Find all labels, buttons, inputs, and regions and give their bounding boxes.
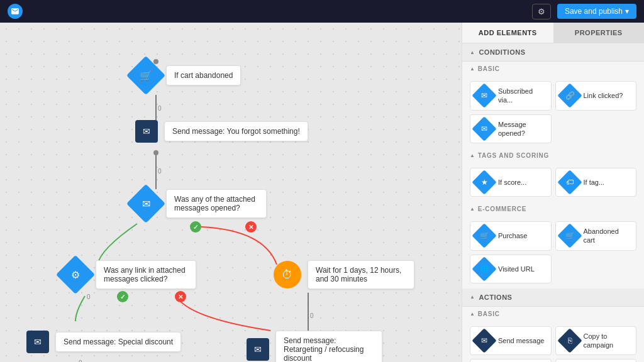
canvas[interactable]: 0 0 0 0 0 0 0 <box>0 23 462 362</box>
gear-button[interactable]: ⚙ <box>532 4 551 19</box>
actions-basic-grid: ✉ Send message ⎘ Copy to campaign ↗ Move… <box>462 321 644 362</box>
badge-red-n4: ✕ <box>175 291 186 302</box>
actions-section: ▲ ACTIONS ▲ BASIC ✉ Send message ⎘ Copy … <box>462 288 644 362</box>
chevron-down-icon: ▲ <box>470 50 475 55</box>
conditions-ecommerce-header: ▲ E-COMMERCE <box>462 202 644 216</box>
chevron-down-icon-actions: ▲ <box>470 294 475 300</box>
visited-url-element[interactable]: 🌐 Visited URL <box>470 255 552 283</box>
svg-text:0: 0 <box>87 293 91 300</box>
save-publish-button[interactable]: Save and publish ▾ <box>557 4 636 19</box>
node-wait[interactable]: ⏱ Wait for 1 days, 12 hours, and 30 minu… <box>274 260 414 289</box>
actions-basic-header: ▲ BASIC <box>462 307 644 321</box>
node-message-opened[interactable]: ✉ Was any of the attached messages opene… <box>132 189 267 218</box>
node-send-message-2[interactable]: ✉ Send message: Special discount <box>26 331 181 353</box>
conditions-basic-grid: ✉ Subscribed via... 🔗 Link clicked? ✉ Me… <box>462 76 644 148</box>
topbar: ⚙ Save and publish ▾ <box>0 0 644 23</box>
conditions-header[interactable]: ▲ CONDITIONS <box>462 43 644 62</box>
svg-text:0: 0 <box>310 312 314 319</box>
copy-to-campaign-element[interactable]: ⎘ Copy to campaign <box>555 326 637 356</box>
tab-add-elements[interactable]: ADD ELEMENTS <box>462 23 553 43</box>
conditions-basic-header: ▲ BASIC <box>462 62 644 76</box>
logo <box>8 4 23 19</box>
subscribed-via-element[interactable]: ✉ Subscribed via... <box>470 81 552 111</box>
message-opened-element[interactable]: ✉ Message opened? <box>470 114 552 144</box>
conditions-ecommerce-grid: 🛒 Purchase 🛒 Abandoned cart 🌐 Visited UR… <box>462 216 644 288</box>
abandoned-cart-element[interactable]: 🛒 Abandoned cart <box>555 221 637 251</box>
main-area: 0 0 0 0 0 0 0 <box>0 23 644 362</box>
sidebar-tabs: ADD ELEMENTS PROPERTIES <box>462 23 644 43</box>
node-if-cart-abandoned[interactable]: 🛒 If cart abandoned <box>132 62 241 89</box>
conditions-section: ▲ CONDITIONS ▲ BASIC ✉ Subscribed via...… <box>462 43 644 288</box>
node-link-clicked[interactable]: ⚙ Was any link in attached messages clic… <box>62 260 196 289</box>
badge-green-n4: ✓ <box>117 291 128 302</box>
conditions-tags-grid: ★ If score... 🏷 If tag... <box>462 163 644 202</box>
if-score-element[interactable]: ★ If score... <box>470 168 552 197</box>
badge-green-n3: ✓ <box>190 221 201 233</box>
actions-header[interactable]: ▲ ACTIONS <box>462 288 644 307</box>
badge-red-n3: ✕ <box>245 221 257 233</box>
sidebar: ADD ELEMENTS PROPERTIES ▲ CONDITIONS ▲ B… <box>462 23 644 362</box>
svg-text:0: 0 <box>79 359 82 362</box>
topbar-right: ⚙ Save and publish ▾ <box>532 4 636 19</box>
svg-text:0: 0 <box>158 168 162 175</box>
if-tag-element[interactable]: 🏷 If tag... <box>555 168 637 197</box>
conditions-tags-header: ▲ TAGS AND SCORING <box>462 148 644 163</box>
svg-text:0: 0 <box>158 105 162 112</box>
node-send-message-3[interactable]: ✉ Send message: Retargeting / refocusing… <box>247 331 382 362</box>
link-clicked-element[interactable]: 🔗 Link clicked? <box>555 81 637 111</box>
svg-point-7 <box>153 150 158 155</box>
move-to-campaign-element[interactable]: ↗ Move to campaign <box>470 359 552 362</box>
send-message-element[interactable]: ✉ Send message <box>470 326 552 356</box>
node-send-message-1[interactable]: ✉ Send message: You forgot something! <box>135 120 308 143</box>
custom-field-element[interactable]: 👤 Custom field <box>555 359 637 362</box>
tab-properties[interactable]: PROPERTIES <box>553 23 645 43</box>
purchase-element[interactable]: 🛒 Purchase <box>470 221 552 251</box>
